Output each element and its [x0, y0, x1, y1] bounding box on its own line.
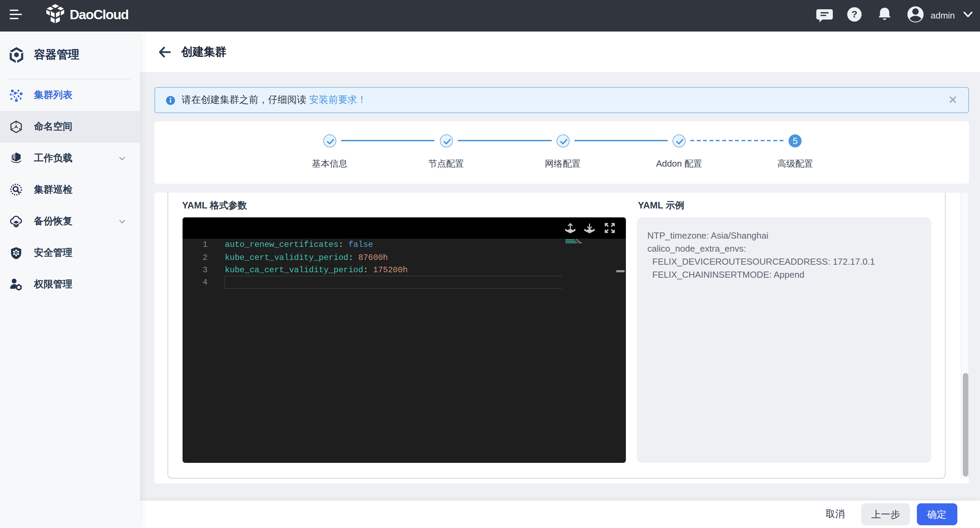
svg-text:?: ? — [851, 9, 857, 19]
